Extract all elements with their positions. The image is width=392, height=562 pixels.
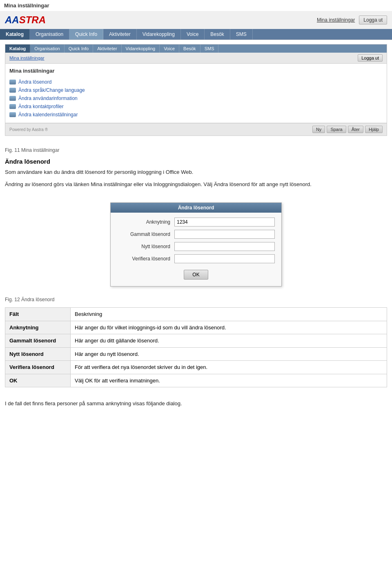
table-header-falt: Fält <box>5 308 71 321</box>
dialog-box: Ändra lösenord Anknytning Gammalt löseno… <box>110 202 282 287</box>
dialog-label-verifiera: Verifiera lösenord <box>117 256 174 262</box>
menu-icon-2 <box>9 88 16 93</box>
nav-item-aktiviteter[interactable]: Aktiviteter <box>103 29 137 40</box>
screenshot-footer: Powered by Aastra ® Ny Spara Åter Hjälp <box>5 123 387 136</box>
dialog-row-verifiera: Verifiera lösenord <box>117 254 275 263</box>
dialog-label-anknytning: Anknytning <box>117 219 174 225</box>
menu-icon-1 <box>9 80 16 84</box>
dialog-content: Anknytning Gammalt lösenord Nytt lösenor… <box>111 213 281 286</box>
screenshot-nav-voice[interactable]: Voice <box>160 44 179 53</box>
screenshot-nav-quickinfo[interactable]: Quick Info <box>65 44 94 53</box>
page-top-title: Mina inställningar <box>0 0 392 11</box>
table-row-3: Verifiera lösenord För att verifiera det… <box>5 361 387 374</box>
dialog-ok-button[interactable]: OK <box>184 270 208 280</box>
table-cell-field-2: Nytt lösenord <box>5 347 71 361</box>
footer-btn-ny[interactable]: Ny <box>312 126 325 133</box>
dialog-input-anknytning[interactable] <box>174 218 275 227</box>
dialog-input-verifiera[interactable] <box>174 254 275 263</box>
dialog-input-nytt[interactable] <box>174 242 275 251</box>
bottom-text: I de fall det finns flera personer på sa… <box>0 400 392 413</box>
screenshot-nav-aktiviteter[interactable]: Aktiviteter <box>93 44 121 53</box>
dialog-row-anknytning: Anknytning <box>117 218 275 227</box>
table-cell-field-3: Verifiera lösenord <box>5 361 71 374</box>
fig12-caption: Fig. 12 Ändra lösenord <box>5 297 387 302</box>
screenshot-title-bar: Mina inställningar Logga ut <box>5 53 387 64</box>
screenshot-nav-katalog[interactable]: Katalog <box>5 44 30 53</box>
nav-item-besok[interactable]: Besök <box>205 29 230 40</box>
logo-aastra: AASTRA <box>5 14 46 26</box>
fig11-caption: Fig. 11 Mina inställningar <box>5 147 387 153</box>
nav-item-sms[interactable]: SMS <box>230 29 253 40</box>
logo-stra-part: STRA <box>19 14 46 26</box>
table-cell-field-0: Anknytning <box>5 321 71 334</box>
screenshot-menu-andra-kontakt[interactable]: Ändra kontaktprofiler <box>9 102 383 111</box>
footer-btn-hjalp[interactable]: Hjälp <box>365 126 383 133</box>
table-row-4: OK Välj OK för att verifiera inmatningen… <box>5 374 387 387</box>
menu-label-5: Ändra kalenderinställningar <box>18 112 78 118</box>
dialog-label-gammalt: Gammalt lösenord <box>117 231 174 237</box>
screenshot-menu-andra-losenord[interactable]: Ändra lösenord <box>9 78 383 86</box>
screenshot-section-title: Mina inställningar <box>9 68 383 75</box>
menu-label-2: Ändra språk/Change language <box>18 87 85 93</box>
table-row-2: Nytt lösenord Här anger du nytt lösenord… <box>5 347 387 361</box>
screenshot-nav-organisation[interactable]: Organisation <box>30 44 64 53</box>
table-cell-field-4: OK <box>5 374 71 387</box>
table-cell-desc-4: Välj OK för att verifiera inmatningen. <box>71 374 387 387</box>
screenshot-nav-vidarekoppling[interactable]: Vidarekoppling <box>122 44 160 53</box>
table-cell-desc-3: För att verifiera det nya lösenordet skr… <box>71 361 387 374</box>
menu-icon-3 <box>9 96 16 101</box>
dialog-input-gammalt[interactable] <box>174 230 275 239</box>
menu-label-4: Ändra kontaktprofiler <box>18 104 64 109</box>
section1-paragraph2: Ändring av lösenord görs via länken Mina… <box>5 180 387 189</box>
screenshot-menu-andra-kalender[interactable]: Ändra kalenderinställningar <box>9 111 383 119</box>
header-right: Mina inställningar Logga ut <box>317 16 387 24</box>
footer-buttons: Ny Spara Åter Hjälp <box>312 126 383 133</box>
footer-btn-ater[interactable]: Åter <box>348 126 363 133</box>
content-wrapper: Katalog Organisation Quick Info Aktivite… <box>0 40 392 143</box>
nav-item-vidarekoppling[interactable]: Vidarekoppling <box>137 29 181 40</box>
header: AASTRA Mina inställningar Logga ut Katal… <box>0 11 392 40</box>
menu-icon-5 <box>9 112 16 117</box>
powered-by-text: Powered by Aastra ® <box>9 127 48 132</box>
table-row-0: Anknytning Här anger du för vilket inlog… <box>5 321 387 334</box>
section1-heading: Ändra lösenord <box>5 158 387 165</box>
menu-label-1: Ändra lösenord <box>18 79 51 85</box>
navbar: Katalog Organisation Quick Info Aktivite… <box>0 29 392 40</box>
table-row-1: Gammalt lösenord Här anger du ditt gälla… <box>5 334 387 348</box>
table-header-beskrivning: Beskrivning <box>71 308 387 321</box>
table-cell-field-1: Gammalt lösenord <box>5 334 71 348</box>
screenshot-nav-besok[interactable]: Besök <box>179 44 200 53</box>
logo-area: AASTRA <box>5 14 46 26</box>
screenshot-logout-button[interactable]: Logga ut <box>358 54 383 62</box>
dialog-container: Ändra lösenord Anknytning Gammalt löseno… <box>0 202 392 287</box>
table-cell-desc-2: Här anger du nytt lösenord. <box>71 347 387 361</box>
body-content-2: Fig. 12 Ändra lösenord Fält Beskrivning … <box>0 293 392 395</box>
nav-item-voice[interactable]: Voice <box>181 29 205 40</box>
dialog-title-bar: Ändra lösenord <box>111 203 281 213</box>
settings-link[interactable]: Mina inställningar <box>317 17 355 23</box>
nav-item-quickinfo[interactable]: Quick Info <box>69 29 103 40</box>
logo-aa-part: AA <box>5 14 19 26</box>
table-cell-desc-0: Här anger du för vilket inloggnings-id s… <box>71 321 387 334</box>
logout-button[interactable]: Logga ut <box>359 16 387 24</box>
menu-icon-4 <box>9 104 16 109</box>
dialog-row-nytt: Nytt lösenord <box>117 242 275 251</box>
dialog-label-nytt: Nytt lösenord <box>117 244 174 249</box>
table-row-header: Fält Beskrivning <box>5 308 387 321</box>
screenshot-settings-link[interactable]: Mina inställningar <box>9 56 45 60</box>
section1-paragraph1: Som användare kan du ändra ditt lösenord… <box>5 168 387 176</box>
screenshot-nav: Katalog Organisation Quick Info Aktivite… <box>5 44 387 53</box>
nav-item-katalog[interactable]: Katalog <box>0 29 30 40</box>
info-table: Fält Beskrivning Anknytning Här anger du… <box>5 307 387 387</box>
screenshot-menu-andra-anvandar[interactable]: Ändra användarinformation <box>9 94 383 102</box>
footer-btn-spara[interactable]: Spara <box>327 126 346 133</box>
table-cell-desc-1: Här anger du ditt gällande lösenord. <box>71 334 387 348</box>
body-content: Fig. 11 Mina inställningar Ändra lösenor… <box>0 143 392 196</box>
screenshot-content: Mina inställningar Ändra lösenord Ändra … <box>5 64 387 123</box>
dialog-buttons: OK <box>117 267 275 281</box>
menu-label-3: Ändra användarinformation <box>18 96 78 101</box>
screenshot-nav-sms[interactable]: SMS <box>200 44 219 53</box>
dialog-row-gammalt: Gammalt lösenord <box>117 230 275 239</box>
screenshot-menu-andra-sprak[interactable]: Ändra språk/Change language <box>9 86 383 94</box>
nav-item-organisation[interactable]: Organisation <box>30 29 69 40</box>
